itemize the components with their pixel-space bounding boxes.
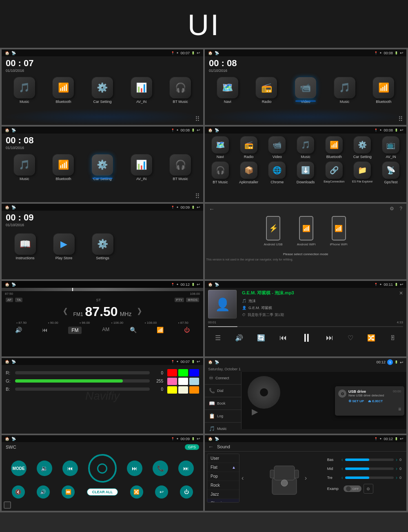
tag-pty[interactable]: PTY [175, 298, 184, 302]
search-btn-7[interactable]: 🔍 [130, 327, 137, 334]
tag-af[interactable]: AF [6, 298, 13, 302]
btn-power-11[interactable]: ⏻ [180, 485, 193, 499]
r-slider[interactable] [15, 371, 150, 374]
apps-menu-3[interactable]: ⠿ [195, 192, 200, 200]
tre-inc-12[interactable]: › [396, 475, 397, 481]
btn-shuffle-11[interactable]: 🔀 [130, 485, 143, 499]
setup-btn-10[interactable]: ⚙ SET UP [348, 399, 364, 403]
g-slider[interactable] [15, 379, 150, 383]
app-carsetting-4[interactable]: ⚙️ Car Setting [349, 136, 376, 159]
app-downloads-4[interactable]: ⬇️ Downloads [292, 162, 319, 184]
prev-btn-8[interactable]: ⏮ [279, 334, 287, 342]
back-arrow-12[interactable]: ← [208, 443, 214, 450]
mid-inc-12[interactable]: › [396, 466, 397, 472]
speaker-btn-7[interactable]: 🔊 [15, 327, 22, 334]
preset-jazz-12[interactable]: Jazz [207, 490, 239, 499]
bas-track-12[interactable] [345, 459, 394, 461]
app-apkinstaller-4[interactable]: 📦 ApkInstaller [235, 162, 262, 184]
preset-user-12[interactable]: User [207, 454, 239, 463]
swatch-yellow[interactable] [167, 386, 177, 394]
iphone-wifi-option[interactable]: 📶 iPhone WiFi [330, 216, 347, 246]
bt-log-item[interactable]: 📋 Log [205, 410, 241, 423]
btn-prev-11[interactable]: ⏮ [62, 461, 78, 476]
preset-classic-12[interactable]: Classic ▼ [207, 499, 239, 503]
bt-dial-item[interactable]: 📞 Dial [205, 385, 241, 397]
android-wifi-option[interactable]: 📶 Android WiFi [297, 216, 316, 246]
play-disc-10[interactable]: ▶ [252, 407, 258, 416]
preset-flat-12[interactable]: Flat ▲ [207, 463, 239, 472]
app-instructions-5[interactable]: 📖 Instructions [10, 234, 40, 260]
loop-btn-8[interactable]: 🔄 [257, 334, 265, 342]
back-icon-7[interactable]: ↩ [197, 282, 200, 287]
app-av-in-1[interactable]: 📊 AV_IN [126, 77, 157, 104]
am-btn-7[interactable]: AM [102, 327, 109, 334]
preset-pop-12[interactable]: Pop [207, 472, 239, 481]
close-music-8[interactable]: ✕ [399, 290, 403, 296]
btn-vol-down-11[interactable]: 🔉 [37, 461, 52, 476]
app-bluetooth-3[interactable]: 📶 Bluetooth [48, 154, 79, 181]
app-playstore-5[interactable]: ▶ Play Store [49, 234, 79, 260]
app-radio-2[interactable]: 📻 Radio [251, 77, 282, 104]
heart-btn-8[interactable]: ♡ [348, 334, 353, 342]
app-bt-music-1[interactable]: 🎧 BT Music [165, 77, 196, 104]
back-icon-1[interactable]: ↩ [197, 51, 200, 55]
list-btn-8[interactable]: ☰ [215, 334, 221, 342]
btn-skip-11[interactable]: ⏭ [178, 461, 194, 476]
app-esfile-4[interactable]: 📁 ES File Explorer [349, 162, 376, 184]
btn-next-11[interactable]: ⏭ [127, 461, 142, 476]
prev-btn-7[interactable]: 《 [59, 306, 67, 317]
app-music-3[interactable]: 🎵 Music [9, 154, 40, 181]
tre-dec-12[interactable]: ‹ [341, 475, 343, 481]
btn-call-11[interactable]: 📞 [153, 461, 168, 476]
play-btn-8[interactable]: ⏸ [301, 331, 312, 345]
bt-connect-item[interactable]: ♾ Connect [205, 372, 241, 385]
nav-left-12[interactable]: ‹ [242, 454, 244, 503]
settings-icon-6[interactable]: ⚙ [390, 206, 394, 211]
clear-all-btn-11[interactable]: CLEAR ALL [87, 488, 118, 496]
shuffle-btn-8[interactable]: 🔀 [367, 334, 375, 342]
btn-mute-11[interactable]: 🔇 [12, 485, 25, 499]
examp-settings-12[interactable]: ⚙ [364, 484, 373, 494]
speaker-btn-8[interactable]: 🔊 [235, 334, 243, 342]
app-car-setting-1[interactable]: ⚙️ Car Setting [87, 77, 118, 104]
prev-track-7[interactable]: ⏮ [42, 327, 48, 334]
app-bt-music-3[interactable]: 🎧 BT Music [165, 154, 196, 181]
eject-btn-10[interactable]: ⏏ EJECT [368, 399, 383, 403]
app-radio-4[interactable]: 📻 Radio [235, 136, 262, 159]
app-navi-4[interactable]: 🗺️ Navi [207, 136, 233, 159]
app-easyconn-4[interactable]: 🔗 EasyConnection [321, 162, 347, 184]
app-music-4[interactable]: 🎵 Music [292, 136, 319, 159]
back-icon-5[interactable]: ↩ [197, 205, 200, 209]
app-avin-4[interactable]: 📺 AV_IN [378, 136, 404, 159]
app-video-4[interactable]: 📹 Video [264, 136, 290, 159]
back-icon-2[interactable]: ↩ [400, 51, 403, 55]
back-arrow-6[interactable]: ← [209, 206, 215, 212]
swatch-light-blue[interactable] [189, 378, 199, 385]
btn-mode-11[interactable]: MODE [11, 461, 27, 476]
back-icon-9[interactable]: ↩ [197, 359, 200, 364]
back-icon-8[interactable]: ↩ [400, 282, 403, 287]
b-slider[interactable] [15, 387, 150, 391]
help-icon-6[interactable]: ? [399, 206, 402, 211]
bas-inc-12[interactable]: › [396, 457, 397, 463]
tag-ta[interactable]: TA [15, 298, 22, 302]
app-video-2[interactable]: 📹 Video [290, 77, 321, 104]
swatch-white[interactable] [178, 378, 188, 385]
app-bluetooth-4[interactable]: 📶 Bluetooth [321, 136, 347, 159]
swatch-blue[interactable] [189, 369, 199, 376]
notif-menu-icon[interactable]: ≡ [398, 406, 401, 412]
app-bluetooth-1[interactable]: 📶 Bluetooth [48, 77, 79, 104]
next-btn-8[interactable]: ⏭ [326, 334, 333, 342]
back-icon-10[interactable]: ↩ [400, 360, 403, 365]
signal-btn-7[interactable]: 📶 [157, 327, 164, 334]
bas-dec-12[interactable]: ‹ [341, 457, 343, 463]
android-usb-option[interactable]: ⚡ Android USB [264, 216, 282, 246]
preset-1[interactable]: • 87.50 [16, 321, 27, 325]
examp-toggle-12[interactable]: OFF [344, 485, 361, 492]
eq-btn-8[interactable]: 🎚 [390, 334, 396, 342]
swatch-beige[interactable] [178, 386, 188, 394]
swatch-orange[interactable] [189, 386, 199, 394]
tag-rds[interactable]: ⊕RDS [186, 298, 199, 302]
power-btn-7[interactable]: ⏻ [184, 327, 190, 334]
back-icon-4[interactable]: ↩ [400, 128, 403, 132]
